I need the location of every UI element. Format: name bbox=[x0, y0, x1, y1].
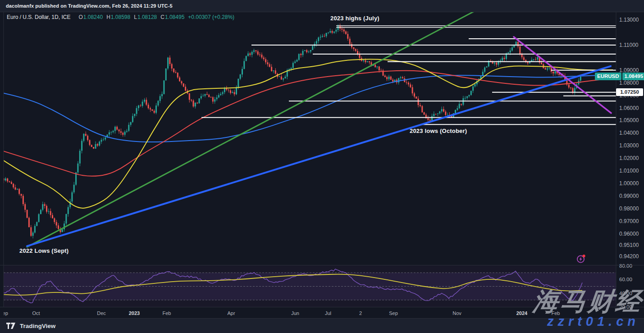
svg-text:0.98000: 0.98000 bbox=[619, 205, 639, 212]
annotation-2023-highs: 2023 highs (July) bbox=[330, 15, 379, 22]
publish-info-text: dacolmanfx published on TradingView.com,… bbox=[6, 3, 173, 9]
last-price-badge: EURUSD 1.08495 bbox=[595, 73, 644, 80]
svg-text:80.00: 80.00 bbox=[619, 263, 632, 269]
svg-text:Feb: Feb bbox=[163, 310, 171, 316]
svg-text:0.99000: 0.99000 bbox=[619, 193, 639, 199]
svg-text:0.95100: 0.95100 bbox=[619, 242, 639, 248]
svg-text:1.01000: 1.01000 bbox=[619, 168, 639, 174]
rsi-pane[interactable] bbox=[4, 265, 616, 307]
last-price-value: 1.08495 bbox=[622, 73, 644, 80]
svg-text:1.05000: 1.05000 bbox=[619, 117, 639, 123]
chart-canvas[interactable]: 1.130001.110001.090001.080001.070001.060… bbox=[0, 0, 644, 333]
svg-text:1.04000: 1.04000 bbox=[619, 130, 639, 136]
svg-text:1.13000: 1.13000 bbox=[619, 17, 639, 23]
publish-info-bar: dacolmanfx published on TradingView.com,… bbox=[0, 0, 644, 12]
svg-text:Apr: Apr bbox=[227, 310, 235, 316]
horizontal-levels bbox=[201, 26, 619, 124]
svg-text:1.03000: 1.03000 bbox=[619, 142, 639, 149]
svg-text:1.11000: 1.11000 bbox=[619, 42, 639, 48]
tradingview-logo-icon[interactable] bbox=[6, 323, 16, 329]
svg-text:Oct: Oct bbox=[32, 310, 40, 316]
svg-text:0.96000: 0.96000 bbox=[619, 231, 639, 237]
main-pane[interactable] bbox=[0, 9, 619, 247]
svg-text:Jun: Jun bbox=[291, 310, 299, 316]
ma-yellow bbox=[0, 59, 613, 208]
change-value: +0.00307 (+0.28%) bbox=[188, 14, 234, 20]
svg-text:1.00000: 1.00000 bbox=[619, 180, 639, 187]
watermark-url: zzrt01.cn bbox=[547, 314, 639, 329]
time-axis-labels[interactable]: SepOctDec2023FebAprJunJul2SepNov2024Feb bbox=[0, 310, 560, 316]
svg-text:Sep: Sep bbox=[389, 310, 398, 316]
symbol-badge-label: EURUSD bbox=[595, 73, 621, 80]
candles bbox=[3, 24, 581, 239]
low-label: L bbox=[134, 14, 137, 20]
symbol-ohlc-row[interactable]: Euro / U.S. Dollar, 1D, ICE O 1.08240 H … bbox=[7, 14, 234, 20]
open-label: O bbox=[78, 14, 82, 20]
high-label: H bbox=[106, 14, 110, 20]
level-price-badge: 1.07250 bbox=[616, 88, 643, 96]
svg-text:0.97000: 0.97000 bbox=[619, 218, 639, 224]
symbol-title: Euro / U.S. Dollar, 1D, ICE bbox=[7, 14, 70, 20]
svg-text:Nov: Nov bbox=[452, 310, 461, 316]
svg-text:Dec: Dec bbox=[97, 310, 106, 316]
svg-text:2023: 2023 bbox=[129, 310, 140, 316]
tradingview-brand-label: TradingView bbox=[20, 323, 55, 329]
close-value: 1.08495 bbox=[165, 14, 184, 20]
svg-text:1.08000: 1.08000 bbox=[619, 80, 639, 86]
svg-text:Jul: Jul bbox=[325, 310, 331, 316]
annotation-2023-lows: 2023 lows (October) bbox=[410, 128, 467, 134]
ideas-stream-icon[interactable] bbox=[576, 254, 586, 264]
svg-text:1.02000: 1.02000 bbox=[619, 155, 639, 161]
svg-text:60.00: 60.00 bbox=[619, 277, 632, 282]
svg-text:2024: 2024 bbox=[516, 310, 528, 316]
svg-text:Sep: Sep bbox=[0, 310, 8, 316]
open-value: 1.08240 bbox=[83, 14, 103, 20]
svg-text:0.94200: 0.94200 bbox=[619, 253, 639, 260]
svg-text:1.06000: 1.06000 bbox=[619, 105, 639, 111]
close-label: C bbox=[160, 14, 164, 20]
annotation-2022-lows: 2022 Lows (Sept) bbox=[19, 247, 69, 254]
high-value: 1.08598 bbox=[111, 14, 130, 20]
price-axis-labels[interactable]: 1.130001.110001.090001.080001.070001.060… bbox=[619, 17, 639, 260]
svg-text:2: 2 bbox=[359, 310, 362, 316]
low-value: 1.08128 bbox=[137, 14, 157, 20]
